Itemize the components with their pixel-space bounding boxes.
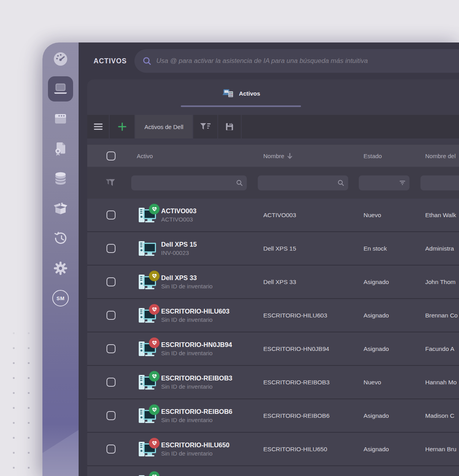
filter-nombre-input[interactable] (258, 175, 348, 190)
add-view-button[interactable] (110, 115, 134, 138)
filter-nombre[interactable] (258, 175, 348, 190)
asset-subtitle: Sin ID de inventario (161, 350, 232, 356)
menu-button[interactable] (87, 115, 109, 138)
asset-title: ESCRITORIO-HILU650 (161, 441, 230, 449)
health-status-badge (149, 471, 160, 476)
asset-title: ESCRITORIO-HILU603 (161, 308, 230, 315)
sidebar-item-database[interactable] (51, 169, 70, 188)
health-status-badge (149, 271, 160, 281)
active-tab-underline (181, 105, 301, 107)
table-row[interactable]: ACTIVO003 ACTIVO003 ACTIVO003 Nuevo Etha… (87, 199, 459, 232)
view-tab-activos-de-dell[interactable]: Activos de Dell (135, 115, 193, 138)
cell-nombre: ACTIVO003 (263, 212, 364, 219)
top-bar: ACTIVOS (79, 42, 459, 79)
filter-usuario-input[interactable] (420, 175, 459, 190)
row-checkbox[interactable] (106, 210, 116, 220)
table-row[interactable]: PANAVRT-435 (87, 466, 459, 476)
open-box-icon (53, 201, 68, 216)
asset-subtitle: Sin ID de inventario (161, 450, 230, 457)
row-checkbox[interactable] (106, 411, 116, 420)
filter-button[interactable] (193, 115, 217, 138)
assets-table: Activo Nombre Estado Nombre del (87, 145, 459, 476)
health-status-badge (149, 204, 160, 214)
dot-grid-decoration (2, 321, 44, 476)
select-all-checkbox[interactable] (106, 151, 116, 161)
table-row[interactable]: Dell XPS 33 Sin ID de inventario Dell XP… (87, 266, 459, 299)
sidebar-item-settings[interactable] (51, 259, 70, 278)
column-header-activo[interactable]: Activo (131, 153, 263, 159)
cell-nombre: ESCRITORIO-REIBOB3 (263, 379, 364, 386)
desktop-computer-icon (138, 474, 156, 476)
table-row[interactable]: ESCRITORIO-HILU603 Sin ID de inventario … (87, 299, 459, 332)
row-checkbox[interactable] (106, 378, 116, 387)
toolbar: Activos de Dell (87, 115, 459, 138)
row-checkbox[interactable] (106, 344, 116, 353)
table-header-row: Activo Nombre Estado Nombre del (87, 145, 459, 167)
cell-estado: Nuevo (364, 212, 425, 219)
main-area: ACTIVOS (79, 42, 459, 476)
sidebar-item-history[interactable] (51, 229, 70, 248)
sidebar-item-applications[interactable] (51, 109, 70, 128)
cell-estado: Asignado (364, 312, 425, 319)
cell-estado: Asignado (364, 446, 425, 453)
gear-icon (53, 261, 68, 275)
table-row[interactable]: ESCRITORIO-REIBOB6 Sin ID de inventario … (87, 399, 459, 433)
cell-nombre: ESCRITORIO-REIBOB6 (263, 412, 364, 419)
desktop-computer-icon (138, 240, 156, 257)
row-checkbox[interactable] (106, 244, 116, 253)
asset-subtitle: Sin ID de inventario (161, 316, 230, 323)
laptop-icon (53, 83, 68, 96)
global-search[interactable] (134, 49, 459, 73)
filter-usuario[interactable] (420, 175, 459, 190)
desktop-computer-icon (138, 307, 156, 324)
asset-title: ACTIVO003 (161, 207, 196, 215)
sidebar-item-licenses[interactable] (51, 139, 70, 158)
cell-nombre: Dell XPS 15 (263, 245, 364, 252)
sidebar-item-dashboard[interactable] (51, 50, 70, 68)
table-row[interactable]: ESCRITORIO-HN0JB94 Sin ID de inventario … (87, 332, 459, 366)
search-icon (142, 56, 152, 66)
sort-desc-icon (287, 153, 292, 159)
page-title: ACTIVOS (94, 57, 127, 65)
row-checkbox[interactable] (106, 445, 116, 454)
tab-activos[interactable]: Activos (181, 79, 301, 107)
asset-title: Dell XPS 33 (161, 274, 213, 282)
cell-estado: Asignado (364, 279, 425, 286)
table-row[interactable]: ESCRITORIO-HILU650 Sin ID de inventario … (87, 433, 459, 466)
plus-icon (118, 122, 127, 131)
filter-activo-input[interactable] (131, 175, 247, 190)
sidebar-item-inventory[interactable] (51, 199, 70, 218)
double-funnel-icon[interactable] (105, 178, 116, 188)
cell-nombre: ESCRITORIO-HILU650 (263, 446, 364, 453)
filter-activo[interactable] (131, 175, 247, 190)
save-floppy-icon (225, 122, 234, 131)
health-status-badge (149, 438, 160, 448)
filter-estado-select[interactable] (359, 175, 409, 190)
tab-label: Activos (239, 90, 260, 97)
sidebar-item-assets[interactable] (48, 76, 73, 101)
search-input[interactable] (156, 57, 459, 65)
column-header-estado[interactable]: Estado (364, 153, 425, 159)
table-row[interactable]: ESCRITORIO-REIBOB3 Sin ID de inventario … (87, 366, 459, 399)
sidebar-item-account[interactable]: SM (51, 289, 70, 308)
desktop-computer-icon (138, 274, 156, 290)
cell-estado: Asignado (364, 412, 425, 419)
cell-nombre: Dell XPS 33 (263, 279, 364, 286)
assets-devices-icon (222, 88, 234, 99)
row-checkbox[interactable] (106, 311, 116, 320)
column-header-nombre-del[interactable]: Nombre del (425, 153, 459, 159)
table-row[interactable]: Dell XPS 15 INV-00023 Dell XPS 15 En sto… (87, 232, 459, 266)
asset-title: ESCRITORIO-REIBOB3 (161, 375, 232, 382)
column-header-nombre[interactable]: Nombre (263, 153, 364, 159)
save-view-button[interactable] (218, 115, 241, 138)
history-clock-icon (53, 231, 68, 245)
asset-title: ESCRITORIO-REIBOB6 (161, 408, 232, 415)
table-body: ACTIVO003 ACTIVO003 ACTIVO003 Nuevo Etha… (87, 199, 459, 476)
asset-subtitle: Sin ID de inventario (161, 283, 213, 290)
cell-nombre: ESCRITORIO-HILU603 (263, 312, 364, 319)
asset-subtitle: ACTIVO003 (161, 216, 196, 223)
cell-usuario: Administra (425, 245, 459, 252)
gauge-icon (52, 50, 69, 68)
database-icon (53, 171, 68, 186)
row-checkbox[interactable] (106, 277, 116, 286)
